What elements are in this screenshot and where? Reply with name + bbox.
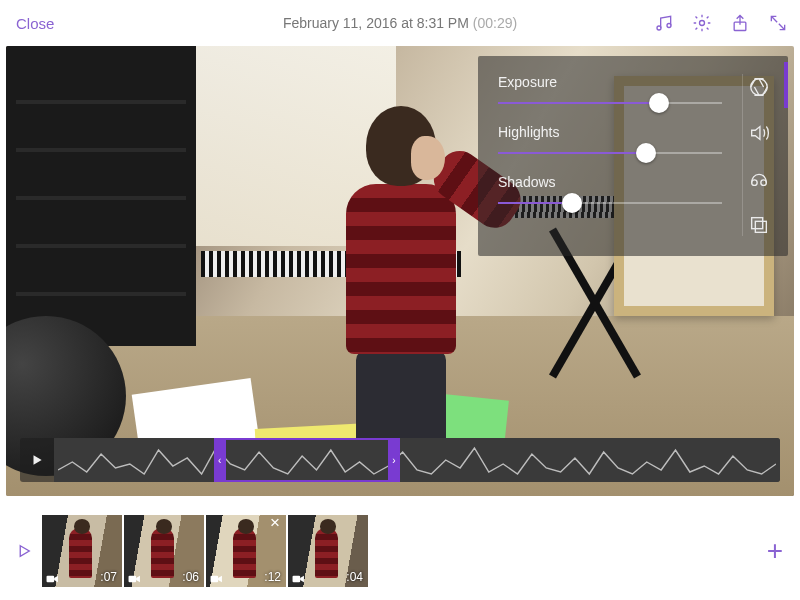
- clip-duration: :06: [182, 570, 199, 584]
- slider-track[interactable]: [498, 102, 722, 104]
- volume-icon[interactable]: [748, 122, 770, 144]
- slider-label: Shadows: [498, 174, 732, 190]
- audio-waveform: [58, 444, 776, 476]
- clip-duration: :12: [264, 570, 281, 584]
- project-duration: (00:29): [473, 15, 517, 31]
- svg-rect-7: [755, 221, 766, 232]
- svg-point-0: [657, 26, 661, 30]
- aperture-icon[interactable]: [748, 76, 770, 98]
- toolbar: [654, 13, 788, 33]
- expand-icon[interactable]: [768, 13, 788, 33]
- slider-exposure: Exposure: [498, 74, 732, 104]
- svg-rect-11: [211, 576, 219, 583]
- trim-track[interactable]: ‹ ›: [54, 438, 780, 482]
- video-preview[interactable]: ExposureHighlightsShadows ‹ ›: [6, 46, 794, 496]
- clip-item[interactable]: :04: [288, 515, 368, 587]
- clip-item[interactable]: :06: [124, 515, 204, 587]
- gear-icon[interactable]: [692, 13, 712, 33]
- panel-accent: [784, 62, 788, 108]
- preview-play-button[interactable]: [20, 438, 54, 482]
- svg-rect-10: [129, 576, 137, 583]
- slider-knob[interactable]: [562, 193, 582, 213]
- speed-icon[interactable]: [748, 168, 770, 190]
- clip-item[interactable]: :12×: [206, 515, 286, 587]
- video-icon: [292, 574, 305, 584]
- svg-rect-8: [751, 218, 762, 229]
- svg-rect-9: [47, 576, 55, 583]
- clip-duration: :07: [100, 570, 117, 584]
- slider-fill: [498, 152, 646, 154]
- slider-track[interactable]: [498, 202, 722, 204]
- svg-rect-12: [293, 576, 301, 583]
- clip-duration: :04: [346, 570, 363, 584]
- remove-clip-button[interactable]: ×: [266, 515, 284, 533]
- clip-strip: :07:06:12×:04 +: [0, 502, 800, 600]
- slider-knob[interactable]: [649, 93, 669, 113]
- svg-point-2: [700, 21, 705, 26]
- slider-track[interactable]: [498, 152, 722, 154]
- slider-fill: [498, 202, 572, 204]
- slider-knob[interactable]: [636, 143, 656, 163]
- svg-point-1: [667, 24, 671, 28]
- video-icon: [46, 574, 59, 584]
- add-clip-button[interactable]: +: [760, 536, 790, 566]
- slider-highlights: Highlights: [498, 124, 732, 154]
- adjustments-panel: ExposureHighlightsShadows: [478, 56, 788, 256]
- slider-label: Highlights: [498, 124, 732, 140]
- clip-timestamp: February 11, 2016 at 8:31 PM: [283, 15, 469, 31]
- top-bar: Close February 11, 2016 at 8:31 PM (00:2…: [0, 0, 800, 46]
- trim-start-handle[interactable]: ‹: [214, 438, 226, 482]
- sliders-group: ExposureHighlightsShadows: [498, 74, 742, 236]
- trim-end-handle[interactable]: ›: [388, 438, 400, 482]
- project-play-button[interactable]: [10, 537, 38, 565]
- video-icon: [128, 574, 141, 584]
- clip-item[interactable]: :07: [42, 515, 122, 587]
- copy-icon[interactable]: [748, 214, 770, 236]
- close-button[interactable]: Close: [16, 15, 54, 32]
- share-icon[interactable]: [730, 13, 750, 33]
- panel-side-tools: [742, 74, 774, 236]
- slider-label: Exposure: [498, 74, 732, 90]
- music-icon[interactable]: [654, 13, 674, 33]
- video-icon: [210, 574, 223, 584]
- trim-bar: ‹ ›: [20, 438, 780, 482]
- slider-shadows: Shadows: [498, 174, 732, 204]
- clips-container: :07:06:12×:04: [42, 515, 368, 587]
- slider-fill: [498, 102, 659, 104]
